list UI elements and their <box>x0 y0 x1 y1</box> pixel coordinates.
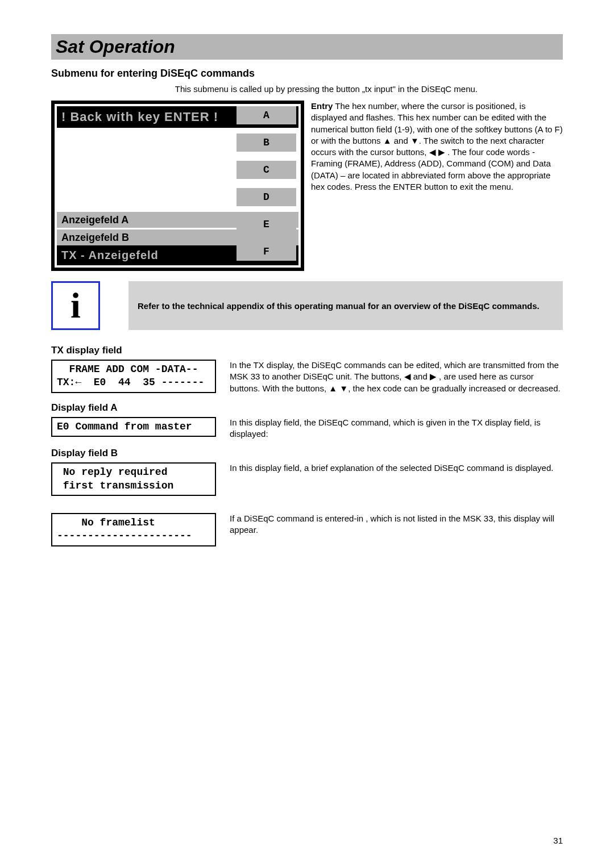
softkey-d[interactable]: D <box>237 188 296 206</box>
noframe-box: No framelist ---------------------- <box>51 513 216 546</box>
softkey-f[interactable]: F <box>237 243 296 261</box>
info-note: Refer to the technical appendix of this … <box>128 281 563 330</box>
field-a-box: E0 Command from master <box>51 417 216 437</box>
entry-label: Entry <box>311 101 333 111</box>
field-b-header: Display field B <box>51 448 563 459</box>
softkey-e[interactable]: E <box>237 215 296 233</box>
field-b-desc: In this display field, a brief explanati… <box>230 462 563 474</box>
tx-field-box: FRAME ADD COM -DATA-- TX:← E0 44 35 ----… <box>51 360 216 393</box>
field-a-header: Display field A <box>51 402 563 414</box>
tx-field-header: TX display field <box>51 345 563 356</box>
softkey-b[interactable]: B <box>237 133 296 152</box>
intro-text: This submenu is called up by pressing th… <box>51 84 563 94</box>
info-icon: i <box>51 281 100 330</box>
page-title: Sat Operation <box>56 36 558 57</box>
info-glyph: i <box>70 287 81 324</box>
softkey-a[interactable]: A <box>237 106 296 124</box>
section-subtitle: Submenu for entering DiSEqC commands <box>51 68 563 80</box>
page-number: 31 <box>553 836 563 845</box>
field-b-box: No reply required first transmission <box>51 462 216 496</box>
tx-field-desc: In the TX display, the DiSEqC commands c… <box>230 360 563 394</box>
menu-screen: ! Back with key ENTER ! Anzeigefeld A An… <box>51 101 304 271</box>
softkey-column: A B C D E F <box>237 106 296 270</box>
noframe-desc: If a DiSEqC command is entered-in , whic… <box>230 513 563 536</box>
softkey-c[interactable]: C <box>237 161 296 179</box>
field-a-desc: In this display field, the DiSEqC comman… <box>230 417 563 440</box>
entry-description: Entry The hex number, where the cursor i… <box>311 101 563 193</box>
info-text: Refer to the technical appendix of this … <box>138 301 540 311</box>
entry-text: The hex number, where the cursor is posi… <box>311 101 563 191</box>
page-title-bar: Sat Operation <box>51 34 563 60</box>
